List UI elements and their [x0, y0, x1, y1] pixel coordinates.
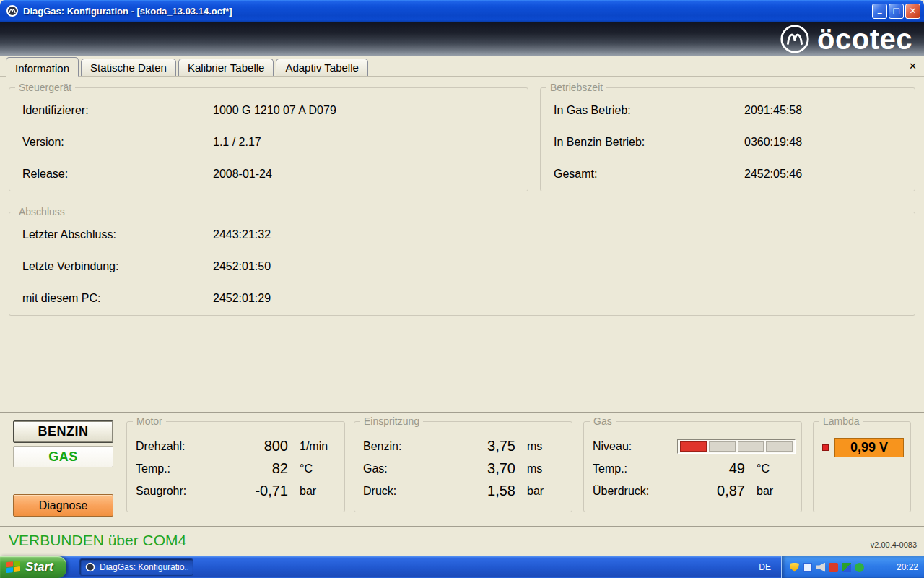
brand-logo: öcotec — [779, 22, 912, 56]
live-row: Druck: 1,58 bar — [354, 480, 572, 502]
field-value: 1.1 / 2.17 — [213, 136, 261, 153]
tab-bar: Information Statische Daten Kalibrier Ta… — [0, 56, 924, 77]
live-unit: bar — [515, 485, 566, 498]
tab-kalibrier-tabelle[interactable]: Kalibrier Tabelle — [178, 59, 274, 76]
tray-update-icon[interactable] — [829, 563, 838, 572]
live-value: 3,70 — [465, 460, 515, 477]
tray-clock[interactable]: 20:22 — [897, 562, 918, 572]
live-label: Überdruck: — [593, 485, 694, 498]
tray-display-icon[interactable] — [803, 563, 812, 572]
live-row: Saugrohr: -0,71 bar — [127, 480, 344, 502]
maximize-button[interactable]: □ — [889, 4, 904, 19]
info-row: Identifizierer: 1000 G 1210 07 A D079 — [22, 104, 528, 121]
info-row: In Benzin Betrieb: 0360:19:48 — [554, 136, 915, 153]
divider — [0, 526, 924, 527]
info-row: Release: 2008-01-24 — [22, 168, 528, 185]
language-indicator[interactable]: DE — [754, 556, 775, 578]
taskbar: Start DiagGas: Konfiguratio... DE 20:22 — [0, 556, 924, 578]
tab-close-icon[interactable]: ✕ — [909, 61, 917, 72]
live-row: Überdruck: 0,87 bar — [584, 480, 801, 502]
gas-level-indicator — [677, 439, 796, 454]
live-row: Drehzahl: 800 1/min — [127, 435, 344, 457]
taskbar-app-button[interactable]: DiagGas: Konfiguratio... — [79, 558, 193, 576]
live-unit: bar — [288, 485, 339, 498]
tab-statische-daten[interactable]: Statische Daten — [81, 59, 176, 76]
connection-status: VERBUNDEN über COM4 — [9, 532, 186, 549]
info-row: In Gas Betrieb: 2091:45:58 — [554, 104, 915, 121]
desktop: { "window": { "title": "DiagGas: Konfigu… — [0, 0, 924, 578]
window-controls: – □ ✕ — [872, 4, 920, 19]
gas-level-segment — [738, 441, 764, 452]
field-label: In Gas Betrieb: — [554, 104, 744, 121]
live-label: Temp.: — [593, 462, 694, 475]
info-row: Gesamt: 2452:05:46 — [554, 168, 915, 185]
field-label: Letzter Abschluss: — [22, 228, 213, 246]
field-value: 2452:01:50 — [213, 260, 271, 277]
info-row: mit diesem PC: 2452:01:29 — [22, 292, 915, 309]
start-label: Start — [25, 560, 53, 574]
field-label: In Benzin Betrieb: — [554, 136, 744, 153]
field-label: Identifizierer: — [22, 104, 213, 121]
field-label: Release: — [22, 168, 213, 185]
taskbar-app-label: DiagGas: Konfiguratio... — [100, 562, 188, 572]
start-button[interactable]: Start — [0, 556, 66, 578]
tray-network-icon[interactable] — [842, 563, 851, 572]
tab-adaptiv-tabelle[interactable]: Adaptiv Tabelle — [276, 59, 367, 76]
lambda-row: 0,99 V — [814, 438, 910, 457]
field-label: Gesamt: — [554, 168, 744, 185]
field-label: Letzte Verbindung: — [22, 260, 213, 277]
live-value: 3,75 — [465, 438, 515, 454]
live-row: Temp.: 82 °C — [127, 457, 344, 480]
field-value: 1000 G 1210 07 A D079 — [213, 104, 336, 121]
live-unit: ms — [515, 462, 566, 475]
live-row: Niveau: — [584, 435, 801, 457]
tray-audio-icon[interactable] — [816, 563, 825, 572]
tray-usb-icon[interactable] — [855, 563, 864, 572]
groupbox-title: Gas — [590, 415, 616, 427]
live-value: -0,71 — [237, 483, 288, 499]
app-icon — [85, 562, 95, 572]
groupbox-abschluss: Abschluss Letzter Abschluss: 2443:21:32 … — [9, 212, 915, 316]
live-label: Benzin: — [363, 440, 465, 453]
gas-level-segment — [766, 441, 793, 452]
groupbox-title: Motor — [133, 415, 166, 427]
groupbox-title: Steuergerät — [15, 82, 75, 93]
divider — [0, 412, 924, 413]
live-row: Temp.: 49 °C — [584, 457, 801, 480]
groupbox-steuergeraet: Steuergerät Identifizierer: 1000 G 1210 … — [9, 87, 528, 191]
field-value: 2008-01-24 — [213, 168, 272, 185]
live-label: Drehzahl: — [136, 440, 237, 453]
live-value: 1,58 — [465, 483, 515, 499]
field-value: 0360:19:48 — [744, 136, 802, 153]
groupbox-title: Abschluss — [15, 206, 69, 217]
gas-button[interactable]: GAS — [13, 446, 113, 467]
live-unit: bar — [745, 485, 796, 498]
minimize-button[interactable]: – — [872, 4, 887, 19]
info-row: Letzter Abschluss: 2443:21:32 — [22, 228, 915, 246]
field-label: Version: — [22, 136, 213, 153]
diagnose-button[interactable]: Diagnose — [13, 494, 113, 517]
groupbox-title: Betriebszeit — [546, 82, 606, 93]
gas-level-segment — [680, 441, 707, 452]
app-icon — [6, 4, 19, 17]
benzin-button[interactable]: BENZIN — [13, 420, 113, 443]
live-unit: 1/min — [288, 440, 339, 453]
info-row: Version: 1.1 / 2.17 — [22, 136, 528, 153]
lambda-value: 0,99 V — [834, 438, 904, 457]
gas-level-segment — [709, 441, 736, 452]
field-value: 2443:21:32 — [213, 228, 271, 246]
live-unit: °C — [288, 462, 339, 475]
field-value: 2452:05:46 — [744, 168, 802, 185]
tab-information[interactable]: Information — [6, 57, 79, 77]
groupbox-title: Einspritzung — [360, 415, 423, 427]
window-title: DiagGas: Konfiguration - [skoda_13.03.14… — [23, 6, 872, 17]
minimize-icon: – — [873, 7, 886, 20]
field-value: 2452:01:29 — [213, 292, 271, 309]
close-button[interactable]: ✕ — [905, 4, 920, 19]
live-row: Benzin: 3,75 ms — [354, 435, 572, 457]
tray-security-shield-icon[interactable] — [790, 563, 799, 572]
field-value: 2091:45:58 — [744, 104, 802, 121]
live-label: Druck: — [363, 485, 465, 498]
window-titlebar[interactable]: DiagGas: Konfiguration - [skoda_13.03.14… — [0, 0, 924, 22]
live-value: 0,87 — [694, 483, 745, 499]
